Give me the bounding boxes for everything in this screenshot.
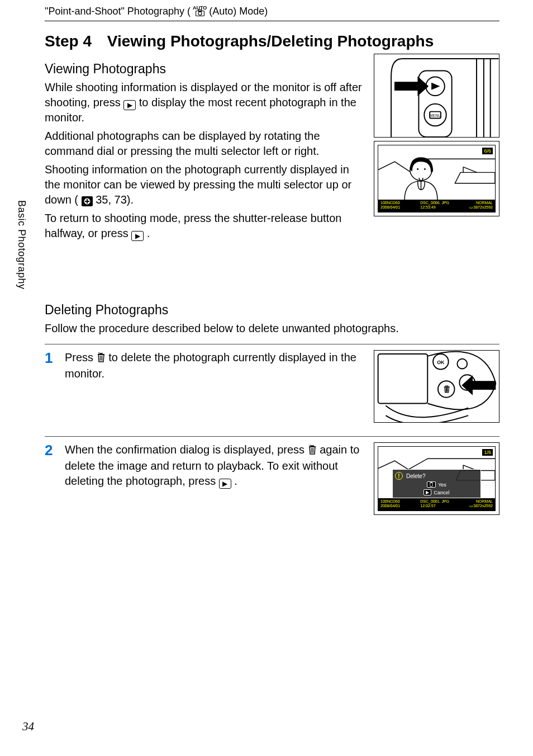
svg-point-26 <box>457 359 467 369</box>
deleting-intro: Follow the procedure described below to … <box>45 321 499 336</box>
trash-icon <box>308 443 317 459</box>
viewing-p3: Shooting information on the photograph c… <box>45 162 363 207</box>
menu-button-label: MENU <box>430 114 441 117</box>
camera-icon <box>196 10 204 16</box>
info-time: 12:53:49 <box>420 205 449 210</box>
info-quality: NORMAL <box>469 499 493 504</box>
playback-button-icon: ▶ <box>131 231 144 241</box>
playback-button-icon: ▶ <box>123 100 136 110</box>
step1-a: Press <box>65 351 97 363</box>
info-size: 3872x2592 <box>473 504 493 508</box>
info-date: 2008/04/01 <box>380 504 400 508</box>
info-filename: DSC_0001. JPG <box>420 499 449 504</box>
info-size: 3872x2592 <box>473 205 493 209</box>
info-folder: 100NCD60 <box>380 499 400 504</box>
delete-confirm-illustration: 1/6 ! Delete? Yes <box>374 442 499 515</box>
svg-marker-12 <box>432 83 439 89</box>
viewing-p4b: . <box>147 227 150 239</box>
arrow-icon <box>394 76 429 96</box>
trash-icon <box>444 386 450 393</box>
frame-counter: 6/6 <box>482 148 493 154</box>
playback-screen-illustration: 6/6 100NCD60 2008/04/01 DSC_0006. JPG 12… <box>374 141 499 216</box>
deleting-heading: Deleting Photographs <box>45 303 499 318</box>
viewing-p3b: 35, 73). <box>96 193 134 206</box>
confirm-cancel-label: Cancel <box>434 490 449 495</box>
viewing-heading: Viewing Photographs <box>45 62 363 77</box>
divider <box>45 344 499 344</box>
camera-back-illustration: MENU <box>374 54 499 138</box>
viewing-p1: While shooting information is displayed … <box>45 80 363 125</box>
page-number: 34 <box>22 720 34 734</box>
svg-rect-5 <box>87 199 88 204</box>
auto-mode-icon: AUTO <box>193 7 207 16</box>
divider <box>45 436 499 437</box>
svg-point-20 <box>424 168 426 170</box>
confirm-yes-label: Yes <box>438 482 446 488</box>
step-number: 2 <box>45 442 56 459</box>
playback-icon-badge: ▶ <box>423 489 431 495</box>
step-number: 1 <box>45 350 56 366</box>
section-title: Step 4 Viewing Photographs/Deleting Phot… <box>45 32 499 50</box>
svg-rect-24 <box>378 354 428 404</box>
warning-icon: ! <box>395 472 403 480</box>
arrow-icon <box>461 375 496 395</box>
delete-question: Delete? <box>406 473 425 479</box>
trash-icon-badge <box>427 481 436 488</box>
section-heading-text: Viewing Photographs/Deleting Photographs <box>107 32 434 50</box>
svg-point-19 <box>417 168 418 170</box>
info-date: 2008/04/01 <box>380 205 400 210</box>
step1-b: to delete the photograph currently displ… <box>65 351 356 380</box>
step2-a: When the confirmation dialog is displaye… <box>65 443 308 456</box>
reference-icon <box>82 196 93 206</box>
delete-button-illustration: OK <box>374 350 499 423</box>
playback-button-icon: ▶ <box>219 479 231 489</box>
step-2-text: When the confirmation dialog is displaye… <box>65 442 365 489</box>
svg-point-2 <box>198 12 202 15</box>
viewing-p4a: To return to shooting mode, press the sh… <box>45 212 341 239</box>
playback-info-bar: 100NCD60 2008/04/01 DSC_0001. JPG 12:02:… <box>378 498 495 511</box>
info-quality: NORMAL <box>469 201 493 205</box>
step-label: Step 4 <box>45 32 92 50</box>
frame-counter: 1/6 <box>482 449 493 456</box>
step2-c: . <box>234 475 237 487</box>
trash-icon <box>97 351 106 366</box>
viewing-p2: Additional photographs can be displayed … <box>45 129 363 159</box>
playback-info-bar: 100NCD60 2008/04/01 DSC_0006. JPG 12:53:… <box>378 200 495 212</box>
running-head: "Point-and-Shoot" Photography ( AUTO (Au… <box>45 6 499 21</box>
info-folder: 100NCD60 <box>380 201 400 205</box>
info-filename: DSC_0006. JPG <box>420 201 449 205</box>
delete-dialog: ! Delete? Yes ▶ Cancel <box>392 469 481 498</box>
step-1-text: Press to delete the photograph currently… <box>65 350 365 381</box>
running-head-prefix: "Point-and-Shoot" Photography ( <box>45 6 191 17</box>
sidebar-chapter-label: Basic Photography <box>16 200 27 290</box>
ok-button-label: OK <box>437 360 445 365</box>
info-time: 12:02:57 <box>420 504 449 508</box>
viewing-p4: To return to shooting mode, press the sh… <box>45 211 363 241</box>
running-head-suffix: (Auto) Mode) <box>209 6 268 17</box>
